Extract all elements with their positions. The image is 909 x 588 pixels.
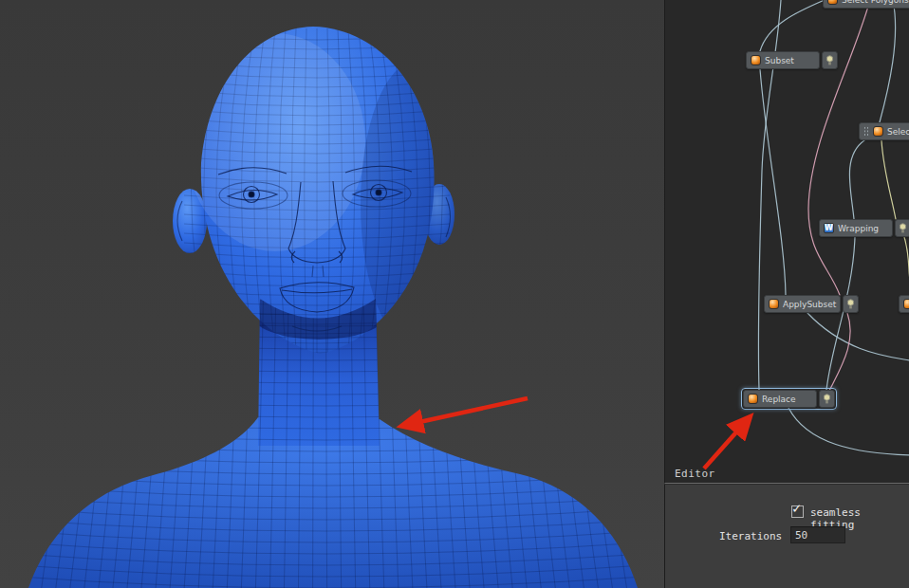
node-label: Select Polygons [842,0,909,5]
iterations-input[interactable] [790,526,845,543]
apply-subset-visibility-bulb-button[interactable] [843,295,859,313]
node-select-polygons[interactable]: Select Polygons [823,0,909,9]
geometry-node-icon [827,0,838,5]
geometry-node-icon [903,299,909,309]
viewport-3d[interactable] [0,0,664,588]
node-label: SelectPoint [887,127,909,137]
replace-visibility-bulb-button[interactable] [819,390,835,408]
node-label: Wrapping [838,224,879,233]
subset-visibility-bulb-button[interactable] [822,51,838,69]
geometry-node-icon [769,299,779,309]
editor-panel-title: Editor [675,468,715,480]
geometry-node-icon [748,394,758,404]
geometry-node-icon [873,126,883,137]
node-apply-subset[interactable]: ApplySubset [764,295,841,313]
replace-node-selection: Replace [741,388,837,410]
bulb-icon [899,223,907,234]
geometry-node-icon [751,55,761,65]
bulb-icon [846,299,855,310]
node-subset[interactable]: Subset [746,51,820,69]
drag-grip-icon [863,126,869,137]
seamless-fitting-checkbox[interactable] [791,505,804,518]
node-label: ApplySubset [783,300,836,309]
head-mesh-model [0,0,664,588]
node-label: Replace [762,395,796,404]
node-label: Subset [765,56,794,65]
bulb-icon [823,394,831,405]
bulb-icon [826,55,834,66]
node-editor[interactable]: Select Polygons Subset SelectPoint W Wra… [664,0,909,484]
wrapping-visibility-bulb-button[interactable] [895,219,909,237]
node-connection-wires [665,0,909,484]
node-select-point[interactable]: SelectPoint [859,122,909,140]
iterations-label: Iterations [719,530,782,542]
node-replace[interactable]: Replace [743,390,817,408]
editor-properties-panel: seamless fitting Iterations [664,485,909,588]
node-wrapping[interactable]: W Wrapping [819,219,893,237]
node-partial-right[interactable] [899,295,909,313]
application-window: Select Polygons Subset SelectPoint W Wra… [0,0,909,588]
wrapping-node-icon: W [824,223,834,233]
